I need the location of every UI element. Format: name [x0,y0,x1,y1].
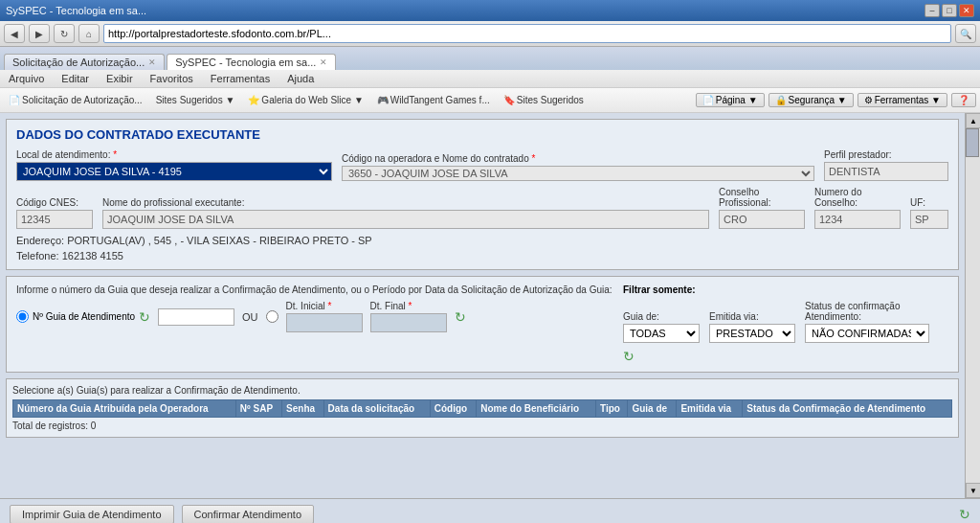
input-numero-conselho [814,210,901,229]
group-dt-final: Dt. Final [370,301,447,332]
pagina-button[interactable]: 📄 Página ▼ [696,93,765,107]
input-uf [910,210,948,229]
filter-right: Filtrar somente: Guia de: TODAS Emitida … [623,284,948,364]
label-radio-guia: Nº Guia de Atendimento [33,311,135,322]
group-perfil-prestador: Perfil prestador: [824,149,948,181]
link-sites-sugeridos-1[interactable]: Sites Sugeridos ▼ [151,93,240,107]
content-area: DADOS DO CONTRATADO EXECUTANTE Local de … [0,113,965,498]
label-uf: UF: [910,197,948,208]
col-guia-de: Guia de [628,400,677,418]
minimize-button[interactable]: – [924,4,940,17]
input-guia-atendimento[interactable] [158,308,234,326]
col-data-solicitacao: Data da solicitação [323,400,430,418]
radio-row: Nº Guia de Atendimento ↻ OU Dt. Inicial [16,301,617,332]
maximize-button[interactable]: □ [942,4,957,17]
tab-syspec[interactable]: SySPEC - Tecnologia em sa... ✕ [167,54,336,70]
col-numero-guia: Número da Guia Atribuída pela Operadora [13,400,236,418]
input-dt-final[interactable] [370,313,447,332]
group-codigo-cnes: Código CNES: [16,197,93,229]
select-emitida-via[interactable]: PRESTADO [709,324,795,343]
group-status-confirmacao: Status de confirmação Atendimento: NÃO C… [805,301,948,343]
group-uf: UF: [910,197,948,229]
scroll-track[interactable] [966,128,980,483]
input-codigo-cnes [16,210,93,229]
imprimir-button[interactable]: Imprimir Guia de Atendimento [10,505,174,523]
input-conselho-profissional [719,210,805,229]
col-tipo: Tipo [595,400,627,418]
label-local-atendimento: Local de atendimento: [16,149,332,160]
window-chrome: SySPEC - Tecnologia em sa... – □ ✕ [0,0,980,21]
refresh-icon-guia[interactable]: ↻ [139,309,150,325]
close-button[interactable]: ✕ [959,4,974,17]
ferramentas-button[interactable]: ⚙ Ferramentas ▼ [858,93,947,107]
menu-exibir[interactable]: Exibir [103,72,136,85]
table-footer: Total de registros: 0 [12,421,952,431]
back-button[interactable]: ◀ [4,24,25,43]
refresh-icon-periodo[interactable]: ↻ [455,309,466,325]
menu-ajuda[interactable]: Ajuda [284,72,317,85]
menu-ferramentas[interactable]: Ferramentas [208,72,273,85]
radio-guia[interactable] [16,310,29,323]
row-cnes-conselho: Código CNES: Nome do profissional execut… [16,187,948,229]
filter-info-text: Informe o número da Guia que deseja real… [16,284,617,295]
col-emitida-via: Emitida via [677,400,743,418]
col-nome-beneficiario: Nome do Beneficiário [477,400,596,418]
label-status-confirmacao: Status de confirmação Atendimento: [805,301,948,322]
home-button[interactable]: ⌂ [78,24,100,43]
label-numero-conselho: Numero do Conselho: [814,187,901,208]
game-icon: 🎮 [377,95,389,105]
label-dt-inicial: Dt. Inicial [286,301,363,311]
link-galeria[interactable]: ⭐ Galeria do Web Slice ▼ [243,93,368,107]
input-perfil-prestador [824,162,948,181]
radio-periodo-group [266,310,278,323]
main-container: DADOS DO CONTRATADO EXECUTANTE Local de … [0,113,980,498]
confirmar-button[interactable]: Confirmar Atendimento [182,505,315,523]
filter-dropdowns: Guia de: TODAS Emitida via: PRESTADO [623,301,948,343]
link-wildtangent[interactable]: 🎮 WildTangent Games f... [372,93,495,107]
dados-contratado-section: DADOS DO CONTRATADO EXECUTANTE Local de … [6,119,959,270]
filter-two-col: Informe o número da Guia que deseja real… [16,284,948,364]
scroll-up-button[interactable]: ▲ [966,113,980,128]
window-controls: – □ ✕ [924,4,974,17]
tab-close-icon2[interactable]: ✕ [320,57,327,67]
label-nome-profissional: Nome do profissional executante: [102,197,709,208]
tab-close-icon[interactable]: ✕ [148,57,156,67]
scrollbar[interactable]: ▲ ▼ [965,113,980,498]
window-title: SySPEC - Tecnologia em sa... [6,5,146,16]
seguranca-icon: 🔒 [775,95,787,105]
address-line1: Endereço: PORTUGAL(AV) , 545 , - VILA SE… [16,235,948,246]
menu-editar[interactable]: Editar [58,72,92,85]
select-status-confirmacao[interactable]: NÃO CONFIRMADAS [805,324,929,343]
tab-solicitacao[interactable]: Solicitação de Autorização... ✕ [4,54,165,70]
link-sites-sugeridos-2[interactable]: 🔖 Sites Sugeridos [499,93,589,107]
browser-nav-bar: ◀ ▶ ↻ ⌂ 🔍 [0,21,980,47]
refresh-icon-bottom[interactable]: ↻ [959,507,970,522]
address-bar[interactable] [103,24,951,43]
label-codigo-cnes: Código CNES: [16,197,93,208]
radio-guia-group: Nº Guia de Atendimento ↻ [16,309,150,325]
group-dt-inicial: Dt. Inicial [286,301,363,332]
forward-button[interactable]: ▶ [29,24,50,43]
input-dt-inicial[interactable] [286,313,363,332]
help-button[interactable]: ❓ [951,93,976,107]
radio-periodo[interactable] [266,310,278,323]
group-local-atendimento: Local de atendimento: JOAQUIM JOSE DA SI… [16,149,332,181]
menu-arquivo[interactable]: Arquivo [6,72,47,85]
search-button[interactable]: 🔍 [955,24,976,43]
menu-favoritos[interactable]: Favoritos [147,72,196,85]
scroll-down-button[interactable]: ▼ [966,483,980,498]
select-codigo-operadora[interactable]: 3650 - JOAQUIM JOSE DA SILVA [342,166,814,181]
input-nome-profissional [102,210,709,229]
refresh-icon-filter[interactable]: ↻ [623,349,635,364]
sites-icon: 🔖 [503,95,515,105]
group-emitida-via: Emitida via: PRESTADO [709,311,795,343]
seguranca-button[interactable]: 🔒 Segurança ▼ [768,93,854,107]
select-local-atendimento[interactable]: JOAQUIM JOSE DA SILVA - 4195 [16,162,332,181]
refresh-button[interactable]: ↻ [54,24,75,43]
col-codigo: Código [430,400,476,418]
select-guia-de[interactable]: TODAS [623,324,700,343]
group-conselho-profissional: Conselho Profissional: [719,187,805,229]
filter-section: Informe o número da Guia que deseja real… [6,276,959,373]
scroll-thumb[interactable] [966,128,979,157]
link-solicitacao[interactable]: 📄 Solicitação de Autorização... [4,93,147,107]
